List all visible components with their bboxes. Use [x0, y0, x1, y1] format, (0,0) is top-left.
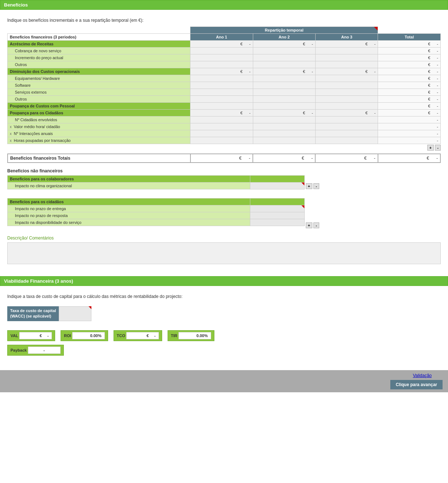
footer-right: Validação Clique para avançar: [390, 373, 443, 389]
totals-label: Beneficios financeiros Totais: [8, 154, 190, 163]
table-row: Diminuição dos Custos operacionais € - €…: [8, 68, 441, 75]
reparticao-header: Repartição temporal: [190, 27, 378, 34]
table-row: Software € -: [8, 82, 441, 89]
beneficios-section: Benefícios Indique os benefícios increme…: [0, 0, 448, 269]
payback-box: Payback -: [7, 345, 64, 356]
table-row: x Horas poupadas por transacção -: [8, 137, 441, 144]
description-label: Descrição/ Comentários: [7, 236, 441, 241]
remove-cidadaos-row-button[interactable]: -: [435, 145, 441, 151]
table-row: Poupança de Custos com Pessoal € -: [8, 103, 441, 110]
col-ano3-header: Ano 3: [316, 34, 378, 41]
remove-colaboradores-row-button[interactable]: -: [313, 183, 319, 189]
tco-value: € -: [126, 332, 159, 339]
add-cidadaos-row-button[interactable]: +: [427, 145, 434, 151]
beneficios-header: Benefícios: [0, 0, 448, 10]
advance-button[interactable]: Clique para avançar: [390, 380, 443, 389]
table-row: Impacto no clima organizacional: [8, 183, 305, 189]
roi-label: ROI: [64, 333, 71, 338]
wacc-input[interactable]: [59, 306, 91, 321]
totals-table: Beneficios financeiros Totais € - € - € …: [7, 154, 441, 163]
tir-box: TIR 0.00%: [168, 330, 214, 341]
description-section: Descrição/ Comentários: [7, 236, 441, 265]
non-financial-section: Beneficios não financeiros Beneficios pa…: [7, 168, 441, 230]
non-financial-label: Beneficios não financeiros: [7, 168, 441, 173]
table-row: Poupança para os Cidadãos € - € - € - € …: [8, 110, 441, 116]
description-textarea[interactable]: [7, 242, 441, 264]
col-total-header: Total: [378, 34, 441, 41]
totals-ano1: € -: [190, 154, 253, 163]
col-ano2-header: Ano 2: [253, 34, 315, 41]
col-ano1-header: Ano 1: [190, 34, 253, 41]
table-row: Serviços externos € -: [8, 89, 441, 96]
table-row: Incremento do preço actual € -: [8, 54, 441, 61]
table-row: Impacto na disponibilidade do serviço: [8, 219, 305, 226]
add-cidadaos-nf-row-button[interactable]: +: [306, 222, 312, 228]
tco-box: TCO € -: [114, 330, 162, 341]
remove-cidadaos-nf-row-button[interactable]: -: [313, 222, 319, 228]
roi-value: 0.00%: [72, 332, 105, 339]
validation-link[interactable]: Validação: [413, 373, 432, 378]
totals-total: € -: [378, 154, 440, 163]
viabilidade-section: Viabilidade Financeira (3 anos) Indique …: [0, 276, 448, 359]
totals-ano2: € -: [253, 154, 315, 163]
val-label: VAL: [11, 333, 18, 338]
table-row: Impacto no prazo de entrega: [8, 205, 305, 212]
table-row: Cobrança de novo serviço € -: [8, 48, 441, 54]
payback-row: Payback -: [7, 345, 441, 356]
tir-label: TIR: [171, 333, 177, 338]
add-colaboradores-row-button[interactable]: +: [306, 183, 312, 189]
colaboradores-group: Beneficios para os colaboradores Impacto…: [7, 175, 305, 192]
table-row: Beneficios para os colaboradores: [8, 176, 305, 183]
table-row: Equipamentos/ Hardware € -: [8, 75, 441, 82]
val-box: VAL € -: [7, 330, 55, 341]
table-row: Outros € -: [8, 96, 441, 103]
cidadaos-nf-table: Beneficios para os cidadãos Impacto no p…: [7, 198, 305, 226]
table-row: Acréscimo de Receitas € - € - € - € -: [8, 41, 441, 48]
val-value: € -: [19, 332, 52, 339]
totals-ano3: € -: [315, 154, 378, 163]
payback-value: -: [28, 347, 61, 354]
financial-benefits-table: Repartição temporal Beneficios financeir…: [7, 26, 441, 144]
col-beneficios-label: Beneficios financeiros (3 periodos): [8, 34, 190, 41]
table-row: Nº Cidadãos envolvidos -: [8, 116, 441, 123]
footer-bar: Validação Clique para avançar: [0, 370, 448, 392]
metrics-row: VAL € - ROI 0.00% TCO € - TIR 0.00%: [7, 330, 441, 341]
viabilidade-instruction: Indique a taxa de custo de capital para …: [7, 294, 441, 299]
table-row: Outros € -: [8, 61, 441, 68]
colaboradores-table: Beneficios para os colaboradores Impacto…: [7, 175, 305, 189]
table-row: x Nº Interacções anuais -: [8, 130, 441, 137]
totals-row: Beneficios financeiros Totais € - € - € …: [8, 154, 440, 163]
cidadaos-nf-group: Beneficios para os cidadãos Impacto no p…: [7, 198, 305, 229]
wacc-label: Taxa de custo de capital(WACC) (se aplic…: [7, 306, 59, 321]
tco-label: TCO: [117, 333, 125, 338]
table-row: x Valor médio hora/ cidadão -: [8, 123, 441, 130]
wacc-box: Taxa de custo de capital(WACC) (se aplic…: [7, 306, 91, 321]
viabilidade-header: Viabilidade Financeira (3 anos): [0, 276, 448, 286]
tir-value: 0.00%: [178, 332, 211, 339]
table-row: Impacto no prazo de resposta: [8, 212, 305, 219]
beneficios-instruction: Indique os benefícios incrementais e a s…: [7, 18, 441, 23]
roi-box: ROI 0.00%: [61, 330, 108, 341]
payback-label: Payback: [11, 348, 27, 352]
table-row: Beneficios para os cidadãos: [8, 198, 305, 205]
